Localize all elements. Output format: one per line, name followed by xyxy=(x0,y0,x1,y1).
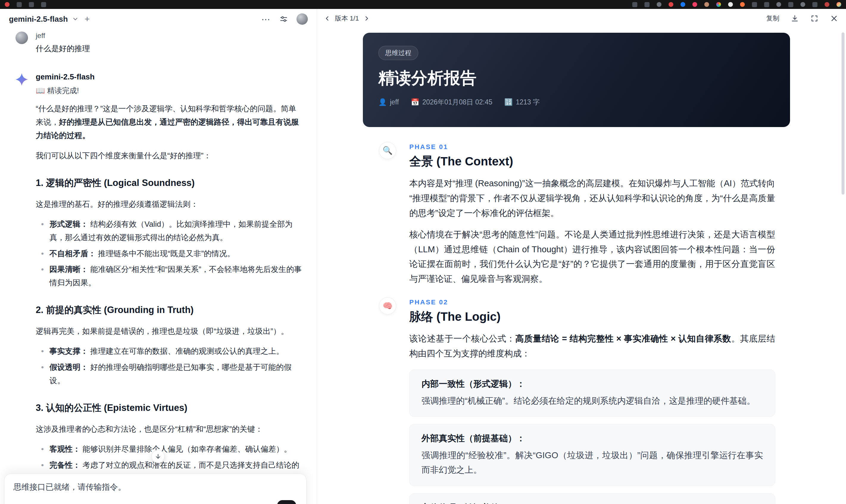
list-item: 假设透明： 好的推理会明确指明哪些是已知事实，哪些是基于可能的假设。 xyxy=(39,361,302,388)
artifact-content[interactable]: 思维过程 精读分析报告 👤 jeff 📅 2026年01月08日 02:45 🔢… xyxy=(317,28,846,504)
scrollbar-thumb[interactable] xyxy=(842,32,845,195)
chat-scroll-area[interactable]: jeff 什么是好的推理 xyxy=(0,29,317,504)
status-line: 📖 精读完成! xyxy=(36,86,302,95)
phase-section: 🧠 PHASE 02 脉络 (The Logic) 该论述基于一个核心公式：高质… xyxy=(317,297,846,361)
section-heading: 1. 逻辑的严密性 (Logical Soundness) xyxy=(36,175,302,191)
counter-icon: 🔢 xyxy=(504,98,513,106)
phase-title: 脉络 (The Logic) xyxy=(409,308,775,325)
browser-nav-icon[interactable] xyxy=(41,2,46,7)
brain-icon: 🧠 xyxy=(379,297,396,314)
browser-top-bar xyxy=(0,0,846,9)
assistant-message: gemini-2.5-flash 📖 精读完成! “什么是好的推理？”这是一个涉… xyxy=(15,72,302,504)
section-desc: 逻辑再完美，如果前提是错误的，推理也是垃圾（即“垃圾进，垃圾出”）。 xyxy=(36,325,302,338)
chevron-right-icon[interactable] xyxy=(363,14,371,23)
report-badge: 思维过程 xyxy=(378,46,418,60)
extension-icon[interactable] xyxy=(776,2,781,7)
section-desc: 这涉及推理者的心态和方法论，也是区分“杠精”和“思想家”的关键： xyxy=(36,422,302,436)
card-text: 强调推理的“经验校准”。解决“GIGO（垃圾进，垃圾出）”问题，确保推理引擎运行… xyxy=(422,448,763,478)
extension-icon[interactable] xyxy=(812,2,817,7)
download-icon[interactable] xyxy=(791,14,799,23)
artifact-toolbar: 版本 1/1 复制 xyxy=(317,9,846,28)
extension-icon[interactable] xyxy=(825,2,829,7)
assistant-markdown: “什么是好的推理？”这是一个涉及逻辑学、认知科学和哲学核心的问题。简单来说，好的… xyxy=(36,102,302,504)
meta-author: 👤 jeff xyxy=(378,98,399,106)
browser-tabs-icon[interactable] xyxy=(29,2,34,7)
composer-input[interactable]: 思维接口已就绪，请传输指令。 xyxy=(13,482,297,492)
arrow-down-icon xyxy=(155,453,161,460)
gemini-star-icon xyxy=(15,73,28,86)
section-desc: 这是推理的基石。好的推理必须遵循逻辑法则： xyxy=(36,198,302,211)
report-hero-card: 思维过程 精读分析报告 👤 jeff 📅 2026年01月08日 02:45 🔢… xyxy=(363,33,790,127)
composer: 思维接口已就绪，请传输指令。 xyxy=(4,474,306,504)
extension-icon[interactable] xyxy=(728,2,733,7)
list-item: 事实支撑： 推理建立在可靠的数据、准确的观测或公认的真理之上。 xyxy=(39,344,302,358)
phase-paragraph: 核心情境在于解决“思考的随意性”问题。不论是人类通过批判性思维进行决策，还是大语… xyxy=(409,227,775,287)
dimension-card: 外部真实性（前提基础）： 强调推理的“经验校准”。解决“GIGO（垃圾进，垃圾出… xyxy=(409,424,775,486)
meta-date: 📅 2026年01月08日 02:45 xyxy=(411,97,492,107)
app-window: gemini-2.5-flash + ⋯ jeff 什么是好的推理 xyxy=(0,9,846,504)
dimension-card: 内部一致性（形式逻辑）： 强调推理的“机械正确”。结论必须在给定的规则系统内逻辑… xyxy=(409,370,775,417)
extension-icon[interactable] xyxy=(752,2,757,7)
phase-title: 全景 (The Context) xyxy=(409,153,775,169)
settings-sliders-icon[interactable] xyxy=(279,15,288,23)
extension-icon[interactable] xyxy=(681,2,685,7)
chevron-down-icon[interactable] xyxy=(72,16,78,22)
more-options-icon[interactable]: ⋯ xyxy=(261,14,271,24)
browser-menu-icon[interactable] xyxy=(17,2,22,7)
meta-word-count: 🔢 1213 字 xyxy=(504,97,540,107)
user-avatar[interactable] xyxy=(297,13,308,25)
section-heading: 2. 前提的真实性 (Grounding in Truth) xyxy=(36,302,302,318)
intro-paragraph: “什么是好的推理？”这是一个涉及逻辑学、认知科学和哲学核心的问题。简单来说，好的… xyxy=(36,102,302,143)
extension-icon[interactable] xyxy=(632,2,637,7)
card-title: 外部真实性（前提基础）： xyxy=(422,433,763,445)
magnifier-icon: 🔍 xyxy=(379,142,396,159)
phase-paragraph: 本内容是对“推理 (Reasoning)”这一抽象概念的高层建模。在知识爆炸与人… xyxy=(409,176,775,221)
extension-icon[interactable] xyxy=(788,2,793,7)
extension-icon[interactable] xyxy=(800,2,805,7)
chevron-left-icon[interactable] xyxy=(323,14,331,23)
dimension-card: 主体伦理（认识美德）： 转向推理者的心理特征。引入奥卡姆剃刀和反向论证，旨在克服… xyxy=(409,493,775,504)
composer-toolbar xyxy=(13,500,297,504)
artifact-panel: 版本 1/1 复制 思维过程 xyxy=(317,9,846,504)
card-title: 内部一致性（形式逻辑）： xyxy=(422,378,763,390)
lead-paragraph: 我们可以从以下四个维度来衡量什么是“好的推理”： xyxy=(36,149,302,162)
card-text: 强调推理的“机械正确”。结论必须在给定的规则系统内逻辑自洽，这是推理的硬件基础。 xyxy=(422,394,763,408)
extension-icon[interactable] xyxy=(716,2,721,7)
list-item: 形式逻辑： 结构必须有效（Valid）。比如演绎推理中，如果前提全部为真，那么通… xyxy=(39,217,302,244)
voice-input-button[interactable] xyxy=(277,500,296,504)
phase-paragraph: 该论述基于一个核心公式：高质量结论 = 结构完整性 × 事实准确性 × 认知自律… xyxy=(409,331,775,361)
calendar-icon: 📅 xyxy=(411,98,419,106)
window-close-icon[interactable] xyxy=(5,2,10,7)
dimension-cards: 内部一致性（形式逻辑）： 强调推理的“机械正确”。结论必须在给定的规则系统内逻辑… xyxy=(409,370,775,504)
section-heading: 3. 认知的公正性 (Epistemic Virtues) xyxy=(36,400,302,416)
card-title: 主体伦理（认识美德）： xyxy=(422,502,763,504)
phase-section: 🔍 PHASE 01 全景 (The Context) 本内容是对“推理 (Re… xyxy=(317,142,846,287)
core-formula: 高质量结论 = 结构完整性 × 事实准确性 × 认知自律系数 xyxy=(515,334,732,343)
extension-icon[interactable] xyxy=(657,2,662,7)
model-selector[interactable]: gemini-2.5-flash xyxy=(9,15,68,24)
user-message: jeff 什么是好的推理 xyxy=(15,31,302,54)
list-item: 因果清晰： 能准确区分“相关性”和“因果关系”，不会轻率地将先后发生的事情归为因… xyxy=(39,263,302,289)
extension-icon[interactable] xyxy=(669,2,673,7)
fullscreen-icon[interactable] xyxy=(810,14,818,23)
report-meta: 👤 jeff 📅 2026年01月08日 02:45 🔢 1213 字 xyxy=(378,97,775,107)
phase-label: PHASE 02 xyxy=(409,297,775,306)
version-label: 版本 1/1 xyxy=(335,14,359,23)
list-item: 不自相矛盾： 推理链条中不能出现“既是又非”的情况。 xyxy=(39,247,302,260)
scroll-to-bottom-button[interactable] xyxy=(152,450,165,463)
new-chat-button[interactable]: + xyxy=(85,14,90,24)
message-author: gemini-2.5-flash xyxy=(36,72,302,82)
message-text: 什么是好的推理 xyxy=(36,43,302,54)
extension-icon[interactable] xyxy=(836,2,841,7)
close-icon[interactable] xyxy=(830,14,838,23)
bullet-list: 形式逻辑： 结构必须有效（Valid）。比如演绎推理中，如果前提全部为真，那么通… xyxy=(36,217,302,289)
user-avatar xyxy=(16,32,28,44)
extension-icon[interactable] xyxy=(692,2,697,7)
copy-button[interactable]: 复制 xyxy=(766,14,779,23)
extension-icon[interactable] xyxy=(740,2,745,7)
extension-icon[interactable] xyxy=(645,2,650,7)
list-item: 客观性： 能够识别并尽量排除个人偏见（如幸存者偏差、确认偏差）。 xyxy=(39,443,302,456)
extension-icon[interactable] xyxy=(764,2,769,7)
extension-icon[interactable] xyxy=(704,2,709,7)
bullet-list: 事实支撑： 推理建立在可靠的数据、准确的观测或公认的真理之上。 假设透明： 好的… xyxy=(36,344,302,388)
